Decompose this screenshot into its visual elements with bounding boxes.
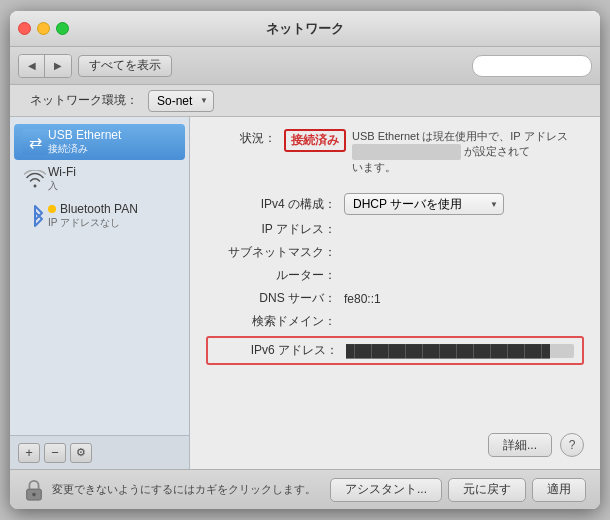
- ipv4-row: IPv4 の構成： DHCP サーバを使用 ▼: [206, 193, 584, 215]
- ipv6-label: IPv6 アドレス：: [208, 340, 338, 361]
- form-section: IPv4 の構成： DHCP サーバを使用 ▼ IP アドレス：: [206, 193, 584, 371]
- sidebar-item-text-bluetooth: Bluetooth PAN IP アドレスなし: [48, 202, 177, 230]
- revert-button[interactable]: 元に戻す: [448, 478, 526, 502]
- main-content: ⇄ USB Ethernet 接続済み: [10, 117, 600, 469]
- svg-point-1: [32, 492, 36, 496]
- ethernet-name: USB Ethernet: [48, 128, 177, 142]
- detail-panel: 状況： 接続済み USB Ethernet は現在使用中で、IP アドレス ██…: [190, 117, 600, 469]
- ipv6-value: ████████████████████████: [346, 344, 574, 358]
- dns-value: fe80::1: [344, 292, 584, 306]
- below-toolbar: ネットワーク環境： So-net ▼ ⇄: [10, 85, 600, 469]
- status-desc-text3: います。: [352, 161, 396, 173]
- dns-label: DNS サーバ：: [206, 290, 336, 307]
- sidebar-footer: + − ⚙: [10, 435, 189, 469]
- bluetooth-icon: [22, 203, 48, 229]
- env-select-wrapper: So-net ▼: [148, 90, 214, 112]
- router-row: ルーター：: [206, 267, 584, 284]
- wifi-status: 入: [48, 179, 177, 193]
- help-button[interactable]: ?: [560, 433, 584, 457]
- detail-footer: 詳細... ?: [206, 423, 584, 457]
- env-bar: ネットワーク環境： So-net ▼: [10, 85, 600, 117]
- traffic-lights: [18, 22, 69, 35]
- window-title: ネットワーク: [266, 20, 344, 38]
- sidebar-item-text-wifi: Wi-Fi 入: [48, 165, 177, 193]
- env-select[interactable]: So-net: [148, 90, 214, 112]
- forward-button[interactable]: ▶: [45, 55, 71, 77]
- ip-address-label: IP アドレス：: [206, 221, 336, 238]
- router-label: ルーター：: [206, 267, 336, 284]
- show-all-button[interactable]: すべてを表示: [78, 55, 172, 77]
- sidebar-item-wifi[interactable]: Wi-Fi 入: [14, 161, 185, 197]
- status-row: 状況： 接続済み USB Ethernet は現在使用中で、IP アドレス ██…: [206, 129, 584, 175]
- lock-icon[interactable]: [24, 479, 44, 501]
- apply-button[interactable]: 適用: [532, 478, 586, 502]
- window-footer: 変更できないようにするにはカギをクリックします。 アシスタント... 元に戻す …: [10, 469, 600, 509]
- status-desc-blurred: ██████████████: [352, 144, 461, 159]
- titlebar: ネットワーク: [10, 11, 600, 47]
- status-description: USB Ethernet は現在使用中で、IP アドレス ███████████…: [352, 129, 584, 175]
- wifi-name: Wi-Fi: [48, 165, 177, 179]
- ethernet-arrows-icon: ⇄: [29, 133, 42, 152]
- sidebar: ⇄ USB Ethernet 接続済み: [10, 117, 190, 469]
- wifi-icon: [22, 166, 48, 192]
- status-desc-text2: が設定されて: [464, 145, 530, 157]
- ipv4-label: IPv4 の構成：: [206, 196, 336, 213]
- ethernet-status: 接続済み: [48, 142, 177, 156]
- sidebar-item-text-ethernet: USB Ethernet 接続済み: [48, 128, 177, 156]
- dns-row: DNS サーバ： fe80::1: [206, 290, 584, 307]
- search-input[interactable]: [472, 55, 592, 77]
- ipv4-select[interactable]: DHCP サーバを使用: [344, 193, 504, 215]
- toolbar: ◀ ▶ すべてを表示: [10, 47, 600, 85]
- footer-lock-text: 変更できないようにするにはカギをクリックします。: [52, 482, 322, 497]
- network-window: ネットワーク ◀ ▶ すべてを表示 ネットワーク環境： So-net ▼: [10, 11, 600, 509]
- status-desc-text1: USB Ethernet は現在使用中で、IP アドレス: [352, 130, 568, 142]
- assistant-button[interactable]: アシスタント...: [330, 478, 442, 502]
- maximize-button[interactable]: [56, 22, 69, 35]
- sidebar-item-usb-ethernet[interactable]: ⇄ USB Ethernet 接続済み: [14, 124, 185, 160]
- details-button[interactable]: 詳細...: [488, 433, 552, 457]
- sidebar-item-bluetooth-pan[interactable]: Bluetooth PAN IP アドレスなし: [14, 198, 185, 234]
- ipv6-row: IPv6 アドレス： ████████████████████████: [206, 336, 584, 365]
- add-network-button[interactable]: +: [18, 443, 40, 463]
- status-left: 状況： 接続済み: [206, 129, 346, 152]
- ip-address-row: IP アドレス：: [206, 221, 584, 238]
- search-domain-label: 検索ドメイン：: [206, 313, 336, 330]
- back-button[interactable]: ◀: [19, 55, 45, 77]
- close-button[interactable]: [18, 22, 31, 35]
- status-box: 接続済み: [284, 129, 346, 152]
- sidebar-list: ⇄ USB Ethernet 接続済み: [10, 117, 189, 435]
- bluetooth-name: Bluetooth PAN: [60, 202, 138, 216]
- lock-icon-area: [24, 479, 44, 501]
- bluetooth-status-dot: [48, 205, 56, 213]
- remove-network-button[interactable]: −: [44, 443, 66, 463]
- subnet-row: サブネットマスク：: [206, 244, 584, 261]
- bluetooth-status: IP アドレスなし: [48, 216, 177, 230]
- minimize-button[interactable]: [37, 22, 50, 35]
- ethernet-icon: ⇄: [22, 129, 48, 155]
- settings-button[interactable]: ⚙: [70, 443, 92, 463]
- status-label: 状況：: [206, 129, 276, 147]
- footer-button-group: アシスタント... 元に戻す 適用: [330, 478, 586, 502]
- subnet-label: サブネットマスク：: [206, 244, 336, 261]
- env-label: ネットワーク環境：: [30, 92, 138, 109]
- status-connected-text: 接続済み: [291, 132, 339, 149]
- nav-buttons: ◀ ▶: [18, 54, 72, 78]
- search-domain-row: 検索ドメイン：: [206, 313, 584, 330]
- ipv4-select-wrapper: DHCP サーバを使用 ▼: [344, 193, 504, 215]
